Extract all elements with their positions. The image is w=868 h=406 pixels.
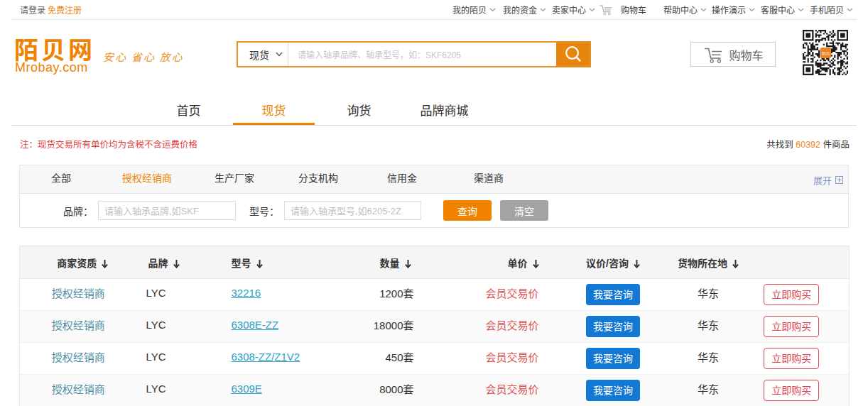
svg-text:陌贝: 陌贝: [822, 51, 830, 56]
